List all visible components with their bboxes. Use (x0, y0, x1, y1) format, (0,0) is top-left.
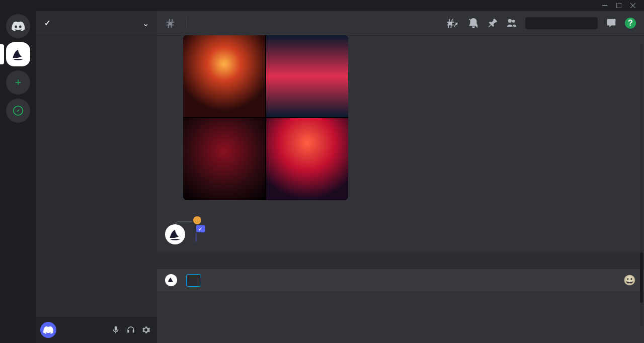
composer-param-chip[interactable] (186, 274, 201, 287)
inbox-icon (606, 18, 617, 29)
user-area (36, 317, 157, 343)
verified-icon: ✓ (44, 19, 51, 28)
deafen-button[interactable] (124, 323, 138, 337)
scrollbar-thumb[interactable] (640, 252, 643, 303)
pinned-button[interactable] (487, 18, 498, 29)
grid-image-1[interactable] (183, 35, 265, 117)
members-button[interactable] (506, 18, 517, 29)
bot-avatar[interactable] (165, 224, 185, 244)
reply-avatar (193, 216, 201, 224)
chevron-down-icon: ⌄ (142, 19, 149, 28)
notifications-button[interactable] (468, 18, 479, 29)
message-list[interactable]: ✓ (157, 35, 644, 343)
settings-button[interactable] (139, 323, 153, 337)
grid-image-2[interactable] (266, 35, 348, 117)
composer-param-input[interactable] (193, 277, 197, 284)
server-header[interactable]: ✓ ⌄ (36, 11, 157, 35)
discord-logo-icon (43, 326, 53, 334)
search-box[interactable] (525, 17, 598, 29)
composer-app-icon (165, 274, 177, 286)
command-hint (157, 253, 644, 269)
midjourney-logo-icon (11, 47, 25, 61)
emoji-button[interactable]: 😀 (623, 274, 636, 286)
pin-icon (487, 18, 498, 29)
svg-rect-1 (616, 3, 621, 8)
add-server-button[interactable]: + (6, 70, 30, 95)
discord-home[interactable] (6, 14, 30, 38)
grid-image-4[interactable] (266, 118, 348, 200)
svg-rect-0 (602, 5, 607, 6)
channel-header: ? (157, 11, 644, 35)
window-maximize[interactable] (612, 0, 626, 11)
inbox-button[interactable] (606, 18, 617, 29)
hash-icon (165, 18, 176, 29)
bell-muted-icon (468, 18, 479, 29)
help-button[interactable]: ? (625, 18, 636, 29)
bot-badge: ✓ (196, 225, 205, 232)
midjourney-logo-icon (168, 227, 182, 241)
grid-image-3[interactable] (183, 118, 265, 200)
message-composer[interactable]: 😀 (157, 269, 644, 291)
channel-list[interactable] (36, 35, 157, 317)
members-icon (506, 18, 517, 29)
discord-logo-icon (12, 21, 25, 31)
message-body (193, 232, 636, 243)
window-minimize[interactable] (598, 0, 612, 11)
headphones-icon (126, 325, 135, 334)
mute-button[interactable] (109, 323, 123, 337)
threads-button[interactable] (447, 18, 460, 29)
message-mention[interactable] (195, 233, 197, 242)
image-grid[interactable] (183, 35, 348, 200)
midjourney-logo-icon (167, 276, 175, 284)
reply-context[interactable] (193, 216, 636, 224)
explore-servers-button[interactable] (6, 99, 30, 123)
window-close[interactable] (626, 0, 640, 11)
user-avatar[interactable] (40, 322, 56, 338)
search-input[interactable] (528, 20, 613, 27)
mic-icon (111, 325, 120, 334)
guild-midjourney[interactable] (6, 42, 30, 66)
guild-bar: + (0, 11, 36, 343)
threads-icon (447, 18, 458, 29)
gear-icon (141, 325, 150, 334)
compass-icon (13, 105, 24, 116)
